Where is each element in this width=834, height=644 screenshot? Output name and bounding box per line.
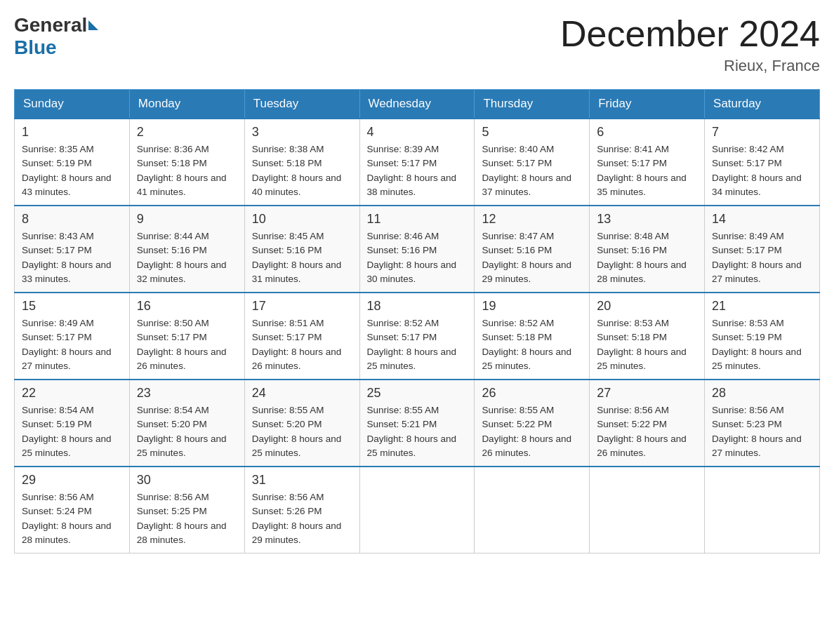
day-cell-18: 18Sunrise: 8:52 AMSunset: 5:17 PMDayligh… (359, 293, 475, 380)
day-info: Sunrise: 8:53 AMSunset: 5:18 PMDaylight:… (597, 316, 697, 373)
day-info: Sunrise: 8:41 AMSunset: 5:17 PMDaylight:… (597, 142, 697, 199)
week-row-2: 8Sunrise: 8:43 AMSunset: 5:17 PMDaylight… (15, 206, 820, 293)
day-number: 18 (367, 299, 468, 314)
day-number: 17 (252, 299, 352, 314)
day-info: Sunrise: 8:52 AMSunset: 5:18 PMDaylight:… (482, 316, 582, 373)
day-cell-26: 26Sunrise: 8:55 AMSunset: 5:22 PMDayligh… (475, 380, 590, 467)
day-cell-25: 25Sunrise: 8:55 AMSunset: 5:21 PMDayligh… (359, 380, 475, 467)
day-number: 24 (252, 386, 352, 401)
day-info: Sunrise: 8:40 AMSunset: 5:17 PMDaylight:… (482, 142, 582, 199)
day-cell-19: 19Sunrise: 8:52 AMSunset: 5:18 PMDayligh… (475, 293, 590, 380)
day-cell-20: 20Sunrise: 8:53 AMSunset: 5:18 PMDayligh… (590, 293, 705, 380)
page-title: December 2024 (560, 14, 820, 54)
logo-general-text: General (14, 14, 87, 36)
day-cell-17: 17Sunrise: 8:51 AMSunset: 5:17 PMDayligh… (244, 293, 359, 380)
day-info: Sunrise: 8:47 AMSunset: 5:16 PMDaylight:… (482, 229, 582, 286)
week-row-4: 22Sunrise: 8:54 AMSunset: 5:19 PMDayligh… (15, 380, 820, 467)
day-cell-5: 5Sunrise: 8:40 AMSunset: 5:17 PMDaylight… (475, 119, 590, 206)
day-info: Sunrise: 8:50 AMSunset: 5:17 PMDaylight:… (137, 316, 237, 373)
day-cell-6: 6Sunrise: 8:41 AMSunset: 5:17 PMDaylight… (590, 119, 705, 206)
day-number: 29 (22, 473, 122, 488)
day-info: Sunrise: 8:38 AMSunset: 5:18 PMDaylight:… (252, 142, 352, 199)
day-cell-8: 8Sunrise: 8:43 AMSunset: 5:17 PMDaylight… (15, 206, 130, 293)
day-number: 1 (22, 125, 122, 140)
week-row-1: 1Sunrise: 8:35 AMSunset: 5:19 PMDaylight… (15, 119, 820, 206)
day-info: Sunrise: 8:44 AMSunset: 5:16 PMDaylight:… (137, 229, 237, 286)
title-section: December 2024 Rieux, France (560, 14, 820, 75)
day-number: 12 (482, 212, 582, 227)
weekday-header-friday: Friday (590, 90, 705, 119)
day-info: Sunrise: 8:56 AMSunset: 5:26 PMDaylight:… (252, 490, 352, 547)
day-cell-31: 31Sunrise: 8:56 AMSunset: 5:26 PMDayligh… (244, 467, 359, 554)
weekday-header-wednesday: Wednesday (359, 90, 475, 119)
day-cell-30: 30Sunrise: 8:56 AMSunset: 5:25 PMDayligh… (129, 467, 244, 554)
day-number: 2 (137, 125, 237, 140)
logo: General Blue (14, 14, 100, 59)
day-number: 31 (252, 473, 352, 488)
day-number: 3 (252, 125, 352, 140)
day-number: 16 (137, 299, 237, 314)
day-info: Sunrise: 8:54 AMSunset: 5:20 PMDaylight:… (137, 403, 237, 460)
day-cell-21: 21Sunrise: 8:53 AMSunset: 5:19 PMDayligh… (705, 293, 820, 380)
day-cell-1: 1Sunrise: 8:35 AMSunset: 5:19 PMDaylight… (15, 119, 130, 206)
day-info: Sunrise: 8:55 AMSunset: 5:21 PMDaylight:… (367, 403, 468, 460)
day-number: 19 (482, 299, 582, 314)
day-number: 5 (482, 125, 582, 140)
day-info: Sunrise: 8:56 AMSunset: 5:25 PMDaylight:… (137, 490, 237, 547)
day-info: Sunrise: 8:36 AMSunset: 5:18 PMDaylight:… (137, 142, 237, 199)
day-number: 25 (367, 386, 468, 401)
day-number: 15 (22, 299, 122, 314)
day-cell-24: 24Sunrise: 8:55 AMSunset: 5:20 PMDayligh… (244, 380, 359, 467)
day-info: Sunrise: 8:54 AMSunset: 5:19 PMDaylight:… (22, 403, 122, 460)
day-number: 20 (597, 299, 697, 314)
day-number: 22 (22, 386, 122, 401)
day-number: 6 (597, 125, 697, 140)
weekday-header-tuesday: Tuesday (244, 90, 359, 119)
day-number: 8 (22, 212, 122, 227)
day-info: Sunrise: 8:52 AMSunset: 5:17 PMDaylight:… (367, 316, 468, 373)
day-info: Sunrise: 8:48 AMSunset: 5:16 PMDaylight:… (597, 229, 697, 286)
day-cell-29: 29Sunrise: 8:56 AMSunset: 5:24 PMDayligh… (15, 467, 130, 554)
empty-cell (359, 467, 475, 554)
day-number: 28 (712, 386, 812, 401)
day-number: 26 (482, 386, 582, 401)
day-cell-15: 15Sunrise: 8:49 AMSunset: 5:17 PMDayligh… (15, 293, 130, 380)
day-info: Sunrise: 8:49 AMSunset: 5:17 PMDaylight:… (712, 229, 812, 286)
calendar-table: SundayMondayTuesdayWednesdayThursdayFrid… (14, 89, 820, 554)
day-cell-3: 3Sunrise: 8:38 AMSunset: 5:18 PMDaylight… (244, 119, 359, 206)
day-number: 4 (367, 125, 468, 140)
day-info: Sunrise: 8:39 AMSunset: 5:17 PMDaylight:… (367, 142, 468, 199)
weekday-header-monday: Monday (129, 90, 244, 119)
day-number: 14 (712, 212, 812, 227)
day-info: Sunrise: 8:56 AMSunset: 5:22 PMDaylight:… (597, 403, 697, 460)
day-info: Sunrise: 8:53 AMSunset: 5:19 PMDaylight:… (712, 316, 812, 373)
day-cell-22: 22Sunrise: 8:54 AMSunset: 5:19 PMDayligh… (15, 380, 130, 467)
day-cell-13: 13Sunrise: 8:48 AMSunset: 5:16 PMDayligh… (590, 206, 705, 293)
day-cell-10: 10Sunrise: 8:45 AMSunset: 5:16 PMDayligh… (244, 206, 359, 293)
day-info: Sunrise: 8:43 AMSunset: 5:17 PMDaylight:… (22, 229, 122, 286)
day-cell-2: 2Sunrise: 8:36 AMSunset: 5:18 PMDaylight… (129, 119, 244, 206)
week-row-5: 29Sunrise: 8:56 AMSunset: 5:24 PMDayligh… (15, 467, 820, 554)
day-number: 23 (137, 386, 237, 401)
day-info: Sunrise: 8:45 AMSunset: 5:16 PMDaylight:… (252, 229, 352, 286)
day-number: 9 (137, 212, 237, 227)
day-cell-4: 4Sunrise: 8:39 AMSunset: 5:17 PMDaylight… (359, 119, 475, 206)
logo-blue-text: Blue (14, 36, 57, 59)
weekday-header-thursday: Thursday (475, 90, 590, 119)
day-number: 7 (712, 125, 812, 140)
weekday-header-row: SundayMondayTuesdayWednesdayThursdayFrid… (15, 90, 820, 119)
empty-cell (590, 467, 705, 554)
day-number: 13 (597, 212, 697, 227)
day-cell-9: 9Sunrise: 8:44 AMSunset: 5:16 PMDaylight… (129, 206, 244, 293)
day-info: Sunrise: 8:49 AMSunset: 5:17 PMDaylight:… (22, 316, 122, 373)
day-number: 11 (367, 212, 468, 227)
empty-cell (475, 467, 590, 554)
week-row-3: 15Sunrise: 8:49 AMSunset: 5:17 PMDayligh… (15, 293, 820, 380)
day-cell-7: 7Sunrise: 8:42 AMSunset: 5:17 PMDaylight… (705, 119, 820, 206)
weekday-header-saturday: Saturday (705, 90, 820, 119)
day-info: Sunrise: 8:35 AMSunset: 5:19 PMDaylight:… (22, 142, 122, 199)
day-number: 30 (137, 473, 237, 488)
logo-arrow-icon (88, 20, 98, 30)
day-cell-16: 16Sunrise: 8:50 AMSunset: 5:17 PMDayligh… (129, 293, 244, 380)
day-number: 21 (712, 299, 812, 314)
